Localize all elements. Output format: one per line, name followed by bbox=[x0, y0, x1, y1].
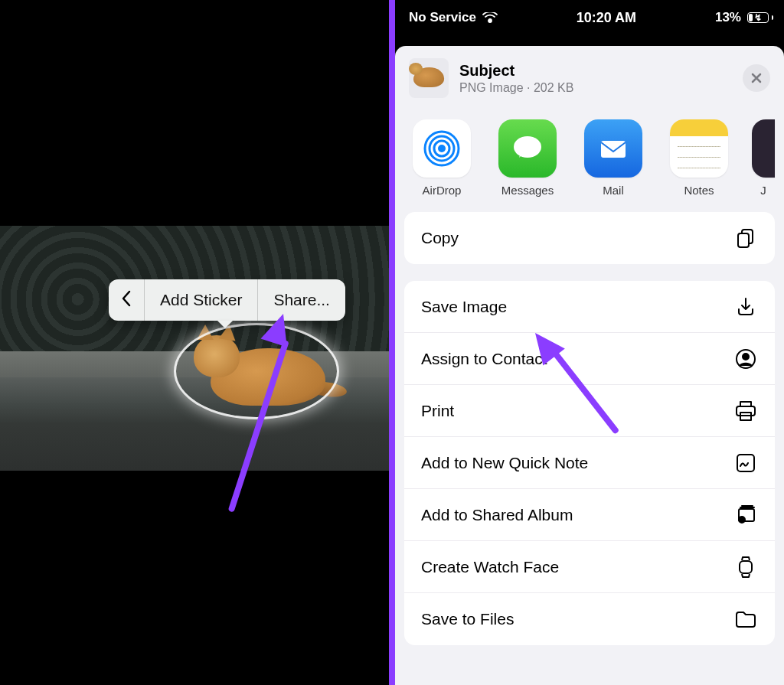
close-button[interactable] bbox=[743, 64, 770, 92]
print-button[interactable]: Print bbox=[404, 385, 775, 437]
svg-point-1 bbox=[438, 145, 446, 152]
svg-rect-14 bbox=[737, 455, 754, 471]
action-label: Add to Shared Album bbox=[421, 506, 573, 524]
wifi-icon bbox=[482, 12, 498, 23]
svg-point-5 bbox=[514, 136, 541, 158]
context-menu: Add Sticker Share... bbox=[109, 279, 345, 321]
action-label: Create Watch Face bbox=[421, 558, 559, 576]
svg-point-0 bbox=[488, 19, 492, 22]
app-icon-partial bbox=[752, 119, 775, 178]
svg-rect-17 bbox=[740, 561, 752, 573]
share-button[interactable]: Share... bbox=[258, 279, 345, 321]
watch-icon bbox=[733, 555, 758, 579]
add-to-quick-note-button[interactable]: Add to New Quick Note bbox=[404, 437, 775, 489]
status-bar: No Service 10:20 AM 13% ↯ bbox=[395, 0, 784, 35]
svg-point-16 bbox=[739, 517, 745, 523]
save-image-button[interactable]: Save Image bbox=[404, 281, 775, 333]
svg-rect-8 bbox=[738, 233, 749, 247]
action-group-main: Save Image Assign to Contact bbox=[404, 281, 775, 645]
battery-percent: 13% bbox=[715, 10, 741, 25]
action-label: Assign to Contact bbox=[421, 350, 547, 368]
contact-icon bbox=[733, 347, 758, 371]
folder-icon bbox=[733, 607, 758, 631]
svg-point-10 bbox=[743, 354, 749, 360]
action-label: Save to Files bbox=[421, 610, 514, 628]
action-group-copy: Copy bbox=[404, 212, 775, 264]
panel-divider bbox=[389, 0, 395, 685]
share-sheet-header: Subject PNG Image · 202 KB bbox=[395, 46, 784, 112]
action-label: Print bbox=[421, 402, 454, 420]
quicknote-icon bbox=[733, 451, 758, 475]
airdrop-icon bbox=[413, 119, 471, 178]
assign-to-contact-button[interactable]: Assign to Contact bbox=[404, 333, 775, 385]
action-label: Copy bbox=[421, 229, 459, 247]
close-icon bbox=[750, 72, 763, 84]
share-app-row[interactable]: AirDrop Messages Mail bbox=[395, 112, 784, 212]
battery-icon: ↯ bbox=[747, 12, 773, 23]
share-app-airdrop[interactable]: AirDrop bbox=[409, 119, 475, 197]
share-subtitle: PNG Image · 202 KB bbox=[459, 81, 732, 95]
share-app-mail[interactable]: Mail bbox=[580, 119, 646, 197]
time-label: 10:20 AM bbox=[577, 10, 636, 26]
chevron-left-icon bbox=[121, 290, 132, 311]
svg-rect-12 bbox=[737, 406, 755, 416]
app-label: Messages bbox=[501, 184, 554, 197]
share-sheet: Subject PNG Image · 202 KB bbox=[395, 46, 784, 685]
svg-rect-6 bbox=[601, 141, 626, 158]
context-menu-back-button[interactable] bbox=[109, 279, 145, 321]
context-menu-tail bbox=[217, 321, 233, 328]
notes-icon bbox=[670, 119, 728, 178]
sharedalbum-icon bbox=[733, 503, 758, 527]
download-icon bbox=[733, 295, 758, 319]
save-to-files-button[interactable]: Save to Files bbox=[404, 593, 775, 645]
add-sticker-button[interactable]: Add Sticker bbox=[145, 279, 258, 321]
action-label: Add to New Quick Note bbox=[421, 454, 588, 472]
context-item-label: Share... bbox=[273, 291, 330, 309]
context-item-label: Add Sticker bbox=[160, 291, 242, 309]
action-label: Save Image bbox=[421, 298, 507, 316]
share-app-partial[interactable]: J bbox=[752, 119, 775, 197]
share-app-messages[interactable]: Messages bbox=[495, 119, 560, 197]
print-icon bbox=[733, 399, 758, 423]
app-label: J bbox=[760, 184, 766, 197]
app-label: AirDrop bbox=[423, 184, 462, 197]
create-watch-face-button[interactable]: Create Watch Face bbox=[404, 541, 775, 593]
mail-icon bbox=[584, 119, 642, 178]
messages-icon bbox=[498, 119, 557, 178]
copy-button[interactable]: Copy bbox=[404, 212, 775, 264]
photo-subject-cat[interactable] bbox=[180, 329, 333, 413]
copy-icon bbox=[733, 226, 758, 250]
charging-bolt-icon: ↯ bbox=[754, 12, 762, 23]
app-label: Notes bbox=[684, 184, 714, 197]
photo-area[interactable] bbox=[0, 226, 389, 471]
add-to-shared-album-button[interactable]: Add to Shared Album bbox=[404, 489, 775, 541]
carrier-label: No Service bbox=[409, 10, 476, 25]
subject-thumbnail[interactable] bbox=[409, 58, 449, 98]
app-label: Mail bbox=[603, 184, 624, 197]
share-title: Subject bbox=[459, 62, 732, 80]
left-panel-photo-viewer: Add Sticker Share... bbox=[0, 0, 389, 685]
share-app-notes[interactable]: Notes bbox=[666, 119, 732, 197]
right-panel-share-sheet: No Service 10:20 AM 13% ↯ bbox=[395, 0, 784, 685]
